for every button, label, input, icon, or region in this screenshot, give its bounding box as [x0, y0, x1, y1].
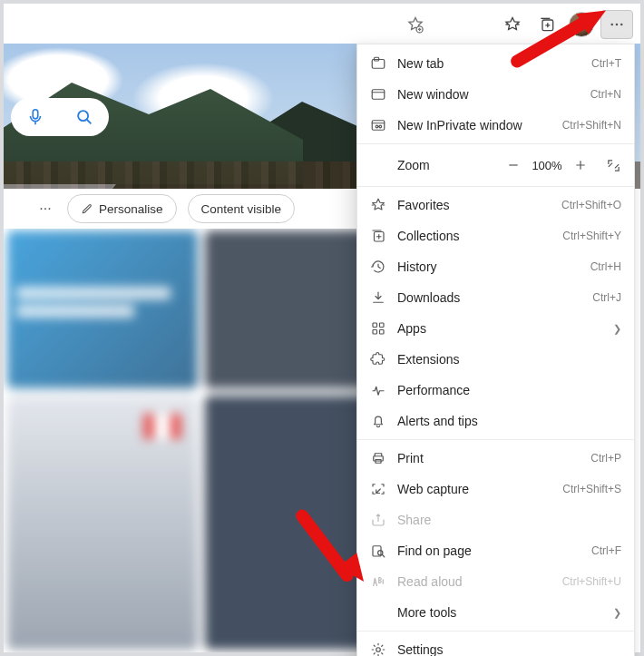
menu-item-print[interactable]: PrintCtrl+P — [357, 443, 634, 474]
more-menu-button[interactable] — [600, 10, 633, 39]
chevron-right-icon: ❯ — [613, 323, 621, 335]
menu-item-more-tools[interactable]: More tools❯ — [357, 597, 634, 628]
menu-item-settings[interactable]: Settings — [357, 634, 634, 656]
menu-item-label: Collections — [397, 229, 562, 243]
svg-point-21 — [376, 648, 381, 652]
zoom-control: Zoom100% — [357, 147, 634, 183]
svg-rect-15 — [380, 323, 385, 328]
menu-item-label: Find on page — [397, 543, 591, 558]
content-visible-chip[interactable]: Content visible — [188, 194, 296, 223]
menu-item-label: Read aloud — [397, 574, 562, 589]
zoom-label: Zoom — [397, 158, 502, 172]
menu-item-label: Print — [397, 451, 590, 465]
fullscreen-button[interactable] — [601, 153, 625, 177]
avatar-icon — [569, 12, 594, 37]
menu-item-favorites[interactable]: FavoritesCtrl+Shift+O — [357, 190, 634, 220]
menu-item-shortcut: Ctrl+Shift+N — [562, 119, 621, 132]
menu-item-label: History — [397, 259, 590, 274]
window-icon — [368, 86, 388, 103]
menu-item-shortcut: Ctrl+J — [592, 291, 621, 304]
menu-item-read-aloud: Read aloudCtrl+Shift+U — [357, 566, 634, 597]
menu-item-web-capture[interactable]: Web captureCtrl+Shift+S — [357, 474, 634, 504]
find-icon — [368, 543, 388, 559]
svg-rect-17 — [380, 330, 385, 335]
fav-icon — [368, 197, 388, 213]
menu-item-alerts[interactable]: Alerts and tips — [357, 406, 634, 436]
menu-item-new-inprivate[interactable]: New InPrivate windowCtrl+Shift+N — [357, 110, 634, 141]
menu-item-label: Downloads — [397, 290, 592, 305]
menu-item-shortcut: Ctrl+F — [591, 544, 621, 557]
search-icon[interactable] — [74, 107, 94, 127]
svg-rect-10 — [372, 121, 385, 131]
menu-item-label: Share — [397, 513, 621, 527]
menu-item-share: Share — [357, 504, 634, 535]
browser-window: ··· Personalise Content visible New tabC… — [4, 4, 640, 652]
read-icon — [368, 573, 388, 590]
svg-point-2 — [610, 24, 613, 26]
svg-rect-9 — [372, 90, 385, 100]
chevron-right-icon: ❯ — [613, 607, 621, 619]
menu-item-shortcut: Ctrl+Shift+Y — [562, 230, 621, 242]
menu-item-shortcut: Ctrl+N — [590, 88, 621, 101]
toolbar — [4, 4, 640, 44]
mic-icon[interactable] — [25, 107, 45, 127]
gear-icon — [368, 641, 388, 656]
zoom-out-button[interactable] — [502, 153, 525, 177]
menu-item-new-window[interactable]: New windowCtrl+N — [357, 79, 634, 110]
menu-item-shortcut: Ctrl+H — [590, 260, 621, 273]
chip-label: Personalise — [99, 202, 163, 216]
personalise-chip[interactable]: Personalise — [67, 194, 177, 223]
chipbar-more-icon[interactable]: ··· — [34, 201, 56, 217]
add-favorite-icon[interactable] — [406, 15, 424, 34]
svg-rect-16 — [373, 330, 377, 335]
menu-item-performance[interactable]: Performance — [357, 375, 634, 406]
menu-item-label: Web capture — [397, 482, 562, 496]
coll-icon — [368, 228, 388, 244]
menu-item-label: More tools — [397, 605, 608, 620]
bell-icon — [368, 413, 388, 429]
menu-item-shortcut: Ctrl+Shift+S — [562, 483, 621, 495]
print-icon — [368, 450, 388, 466]
down-icon — [368, 289, 388, 306]
pencil-icon — [81, 202, 93, 215]
menu-item-new-tab[interactable]: New tabCtrl+T — [357, 48, 634, 79]
hist-icon — [368, 259, 388, 275]
menu-item-shortcut: Ctrl+Shift+U — [562, 575, 621, 588]
perf-icon — [368, 382, 388, 398]
menu-item-label: New window — [397, 87, 590, 102]
menu-item-apps[interactable]: Apps❯ — [357, 313, 634, 344]
apps-icon — [368, 320, 388, 337]
address-bar[interactable] — [7, 8, 434, 39]
svg-point-6 — [78, 111, 88, 121]
menu-item-shortcut: Ctrl+Shift+O — [561, 199, 621, 211]
chip-label: Content visible — [201, 202, 282, 216]
menu-item-collections[interactable]: CollectionsCtrl+Shift+Y — [357, 220, 634, 251]
browser-menu: New tabCtrl+TNew windowCtrl+NNew InPriva… — [356, 44, 635, 656]
collections-button[interactable] — [532, 11, 562, 38]
menu-item-shortcut: Ctrl+T — [591, 57, 621, 70]
zoom-in-button[interactable] — [569, 153, 592, 177]
share-icon — [368, 512, 388, 528]
tab-icon — [368, 55, 388, 72]
profile-button[interactable] — [566, 11, 597, 38]
favorites-button[interactable] — [497, 11, 528, 38]
svg-rect-14 — [373, 323, 377, 328]
svg-point-3 — [616, 24, 619, 26]
menu-item-label: Settings — [397, 642, 621, 656]
menu-item-label: Performance — [397, 383, 621, 397]
menu-item-label: Favorites — [397, 198, 561, 212]
menu-item-history[interactable]: HistoryCtrl+H — [357, 251, 634, 282]
menu-item-label: New InPrivate window — [397, 118, 562, 132]
menu-item-downloads[interactable]: DownloadsCtrl+J — [357, 282, 634, 313]
ext-icon — [368, 351, 388, 367]
capture-icon — [368, 481, 388, 497]
search-pill[interactable] — [11, 98, 109, 136]
menu-item-label: Extensions — [397, 352, 621, 367]
menu-item-label: Apps — [397, 321, 608, 336]
inprivate-icon — [368, 117, 388, 133]
svg-rect-18 — [374, 456, 384, 461]
svg-rect-5 — [33, 110, 38, 119]
svg-point-4 — [620, 24, 623, 26]
menu-item-extensions[interactable]: Extensions — [357, 344, 634, 375]
menu-item-find[interactable]: Find on pageCtrl+F — [357, 535, 634, 566]
